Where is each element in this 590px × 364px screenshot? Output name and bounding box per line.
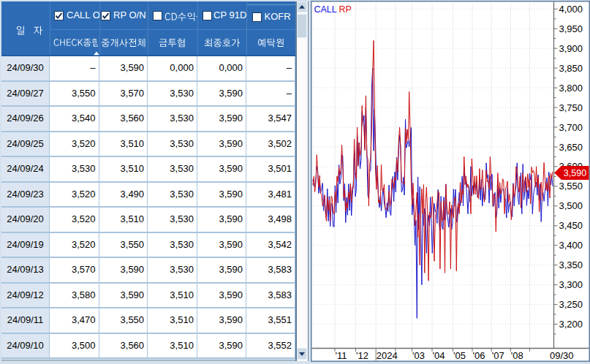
svg-text:4,000: 4,000: [559, 4, 583, 15]
svg-text:3,550: 3,550: [559, 181, 583, 192]
svg-text:3,450: 3,450: [559, 220, 583, 231]
svg-text:'07: '07: [492, 350, 504, 361]
svg-text:3,650: 3,650: [559, 142, 583, 153]
svg-text:3,900: 3,900: [559, 43, 583, 54]
svg-text:3,250: 3,250: [559, 299, 583, 310]
svg-text:'06: '06: [473, 350, 485, 361]
svg-text:CALL: CALL: [314, 4, 337, 15]
svg-text:'05: '05: [453, 350, 466, 361]
svg-text:2024: 2024: [377, 350, 398, 361]
svg-text:3,800: 3,800: [559, 83, 583, 94]
svg-text:3,400: 3,400: [559, 240, 583, 251]
svg-text:3,300: 3,300: [559, 279, 583, 290]
svg-text:3,500: 3,500: [559, 200, 583, 211]
svg-text:3,200: 3,200: [559, 319, 583, 330]
svg-text:09/30: 09/30: [550, 350, 574, 361]
svg-text:'08: '08: [511, 350, 523, 361]
svg-text:3,590: 3,590: [564, 168, 586, 178]
svg-text:3,350: 3,350: [559, 259, 583, 270]
svg-text:'03: '03: [412, 350, 425, 361]
svg-text:3,700: 3,700: [559, 122, 583, 133]
svg-text:'12: '12: [356, 350, 368, 361]
svg-text:3,950: 3,950: [559, 23, 583, 34]
svg-text:RP: RP: [339, 4, 352, 15]
svg-text:3,850: 3,850: [559, 63, 583, 74]
svg-text:'04: '04: [433, 350, 445, 361]
svg-text:3,750: 3,750: [559, 102, 583, 113]
svg-text:'11: '11: [336, 350, 347, 361]
